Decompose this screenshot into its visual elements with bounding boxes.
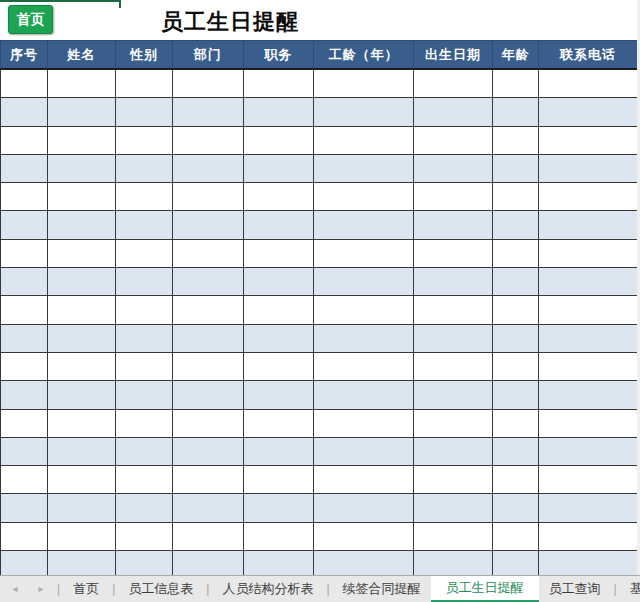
table-cell[interactable]: [244, 437, 314, 465]
table-cell[interactable]: [314, 551, 414, 575]
table-cell[interactable]: [173, 239, 244, 267]
table-cell[interactable]: [539, 551, 638, 575]
table-cell[interactable]: [48, 154, 116, 182]
table-cell[interactable]: [116, 211, 173, 239]
table-cell[interactable]: [48, 268, 116, 296]
table-cell[interactable]: [539, 211, 638, 239]
table-cell[interactable]: [116, 183, 173, 211]
table-cell[interactable]: [414, 98, 493, 126]
table-cell[interactable]: [1, 211, 48, 239]
table-cell[interactable]: [493, 268, 539, 296]
table-cell[interactable]: [244, 296, 314, 324]
table-cell[interactable]: [314, 183, 414, 211]
table-cell[interactable]: [173, 437, 244, 465]
table-cell[interactable]: [173, 268, 244, 296]
table-cell[interactable]: [414, 268, 493, 296]
sheet-tab-truncated[interactable]: 基: [620, 576, 640, 602]
table-cell[interactable]: [48, 296, 116, 324]
table-cell[interactable]: [314, 239, 414, 267]
table-cell[interactable]: [414, 381, 493, 409]
table-cell[interactable]: [493, 126, 539, 154]
table-cell[interactable]: [173, 551, 244, 575]
table-cell[interactable]: [414, 352, 493, 380]
table-cell[interactable]: [1, 437, 48, 465]
table-cell[interactable]: [1, 352, 48, 380]
table-cell[interactable]: [173, 296, 244, 324]
table-cell[interactable]: [539, 324, 638, 352]
sheet-tab-birthday-reminder[interactable]: 员工生日提醒: [431, 576, 539, 602]
table-cell[interactable]: [244, 409, 314, 437]
table-cell[interactable]: [539, 69, 638, 98]
table-cell[interactable]: [314, 437, 414, 465]
table-cell[interactable]: [1, 522, 48, 550]
table-cell[interactable]: [244, 268, 314, 296]
table-cell[interactable]: [314, 409, 414, 437]
table-cell[interactable]: [414, 324, 493, 352]
table-cell[interactable]: [116, 381, 173, 409]
table-cell[interactable]: [173, 352, 244, 380]
sheet-tab-staff-structure-analysis[interactable]: 人员结构分析表: [212, 576, 323, 602]
table-cell[interactable]: [244, 154, 314, 182]
table-cell[interactable]: [493, 522, 539, 550]
table-cell[interactable]: [1, 551, 48, 575]
table-cell[interactable]: [244, 324, 314, 352]
table-cell[interactable]: [48, 352, 116, 380]
table-cell[interactable]: [244, 183, 314, 211]
table-cell[interactable]: [173, 494, 244, 522]
table-cell[interactable]: [1, 268, 48, 296]
table-cell[interactable]: [314, 296, 414, 324]
table-cell[interactable]: [244, 522, 314, 550]
table-cell[interactable]: [414, 154, 493, 182]
table-cell[interactable]: [414, 183, 493, 211]
table-cell[interactable]: [1, 239, 48, 267]
table-cell[interactable]: [493, 466, 539, 494]
table-cell[interactable]: [48, 183, 116, 211]
table-cell[interactable]: [1, 381, 48, 409]
table-cell[interactable]: [314, 268, 414, 296]
table-cell[interactable]: [173, 324, 244, 352]
table-cell[interactable]: [244, 466, 314, 494]
table-cell[interactable]: [244, 126, 314, 154]
sheet-tab-contract-renewal-reminder[interactable]: 续签合同提醒: [333, 576, 431, 602]
table-cell[interactable]: [244, 494, 314, 522]
table-cell[interactable]: [414, 466, 493, 494]
table-cell[interactable]: [314, 211, 414, 239]
table-cell[interactable]: [539, 98, 638, 126]
table-cell[interactable]: [493, 183, 539, 211]
table-cell[interactable]: [116, 352, 173, 380]
table-cell[interactable]: [314, 154, 414, 182]
table-cell[interactable]: [173, 381, 244, 409]
sheet-tab-home[interactable]: 首页: [63, 576, 109, 602]
table-cell[interactable]: [116, 154, 173, 182]
table-cell[interactable]: [173, 154, 244, 182]
table-cell[interactable]: [414, 409, 493, 437]
table-cell[interactable]: [173, 522, 244, 550]
table-cell[interactable]: [116, 69, 173, 98]
table-cell[interactable]: [1, 183, 48, 211]
table-cell[interactable]: [48, 211, 116, 239]
table-cell[interactable]: [314, 126, 414, 154]
table-cell[interactable]: [48, 126, 116, 154]
table-cell[interactable]: [414, 522, 493, 550]
table-cell[interactable]: [493, 154, 539, 182]
table-cell[interactable]: [116, 296, 173, 324]
table-cell[interactable]: [539, 381, 638, 409]
table-cell[interactable]: [539, 437, 638, 465]
table-cell[interactable]: [539, 296, 638, 324]
table-cell[interactable]: [173, 126, 244, 154]
table-cell[interactable]: [314, 69, 414, 98]
table-cell[interactable]: [116, 551, 173, 575]
table-cell[interactable]: [173, 183, 244, 211]
table-cell[interactable]: [173, 69, 244, 98]
table-cell[interactable]: [116, 409, 173, 437]
table-cell[interactable]: [414, 296, 493, 324]
table-cell[interactable]: [493, 69, 539, 98]
table-cell[interactable]: [116, 98, 173, 126]
table-cell[interactable]: [116, 494, 173, 522]
table-cell[interactable]: [1, 324, 48, 352]
table-cell[interactable]: [493, 381, 539, 409]
table-cell[interactable]: [244, 211, 314, 239]
table-cell[interactable]: [539, 239, 638, 267]
table-cell[interactable]: [539, 409, 638, 437]
table-cell[interactable]: [173, 466, 244, 494]
